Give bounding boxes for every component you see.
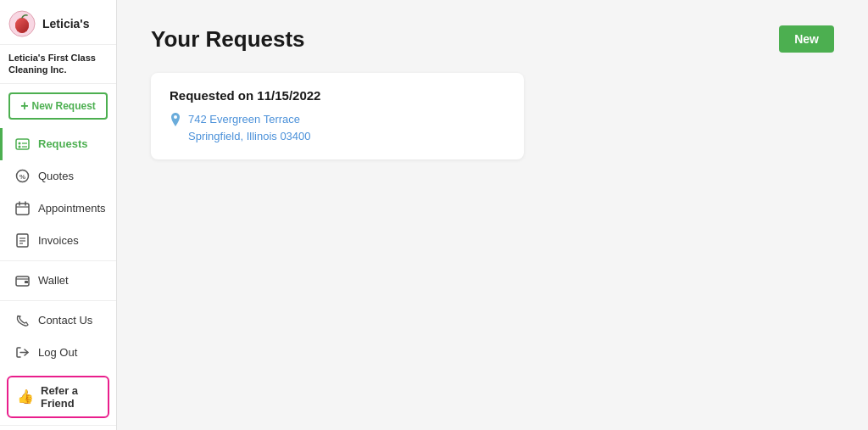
svg-point-6	[18, 146, 20, 148]
sidebar-item-logout[interactable]: Log Out	[0, 337, 116, 369]
svg-point-21	[174, 115, 177, 119]
sidebar: Leticia's Leticia's First Class Cleaning…	[0, 0, 117, 430]
sidebar-item-appointments[interactable]: Appointments	[0, 193, 116, 225]
address-line1: 742 Evergreen Terrace	[188, 111, 311, 128]
svg-point-4	[18, 142, 20, 145]
wallet-icon	[14, 273, 30, 288]
svg-rect-10	[16, 204, 29, 215]
company-name: Leticia's First Class Cleaning Inc.	[0, 45, 116, 84]
sidebar-item-requests-label: Requests	[38, 137, 88, 150]
new-request-label: New Request	[31, 100, 95, 112]
quotes-icon: %	[14, 169, 30, 184]
contact-icon	[14, 313, 30, 328]
sidebar-item-logout-label: Log Out	[38, 346, 77, 359]
powered-by-section: Powered By J JOBBER	[0, 425, 116, 430]
sidebar-nav: Requests % Quotes Appointme	[0, 128, 116, 425]
sidebar-item-invoices-label: Invoices	[38, 234, 79, 247]
sidebar-item-wallet-label: Wallet	[38, 274, 69, 287]
svg-text:%: %	[19, 173, 25, 181]
plus-icon: +	[20, 99, 28, 113]
address-text: 742 Evergreen Terrace Springfield, Illin…	[188, 111, 311, 144]
refer-friend-box[interactable]: 👍 Refer a Friend	[7, 376, 109, 418]
sidebar-item-appointments-label: Appointments	[38, 202, 106, 215]
page-header: Your Requests New	[151, 25, 834, 53]
request-card: Requested on 11/15/2022 742 Evergreen Te…	[151, 73, 524, 159]
main-content: Your Requests New Requested on 11/15/202…	[117, 0, 868, 430]
svg-point-2	[15, 18, 29, 33]
brand-name: Leticia's	[42, 17, 89, 31]
brand-logo-icon	[8, 10, 36, 37]
page-title: Your Requests	[151, 26, 305, 53]
new-request-button[interactable]: + New Request	[8, 92, 108, 120]
request-address: 742 Evergreen Terrace Springfield, Illin…	[170, 111, 505, 144]
logout-icon	[14, 345, 30, 360]
new-button[interactable]: New	[779, 25, 834, 53]
refer-friend-label: Refer a Friend	[41, 384, 99, 410]
sidebar-item-invoices[interactable]: Invoices	[0, 225, 116, 257]
thumbs-up-icon: 👍	[17, 388, 34, 405]
svg-rect-3	[16, 139, 29, 149]
address-line2: Springfield, Illinois 03400	[188, 128, 311, 145]
sidebar-item-quotes[interactable]: % Quotes	[0, 160, 116, 193]
logo-area: Leticia's	[0, 0, 116, 45]
sidebar-item-wallet[interactable]: Wallet	[0, 265, 116, 297]
sidebar-item-contact-us[interactable]: Contact Us	[0, 304, 116, 337]
nav-divider-1	[0, 260, 116, 261]
sidebar-item-requests[interactable]: Requests	[0, 128, 116, 160]
invoices-icon	[14, 233, 30, 249]
svg-rect-19	[25, 281, 28, 283]
request-date: Requested on 11/15/2022	[170, 88, 505, 103]
nav-divider-2	[0, 300, 116, 301]
appointments-icon	[14, 201, 30, 216]
sidebar-item-contact-label: Contact Us	[38, 314, 92, 327]
location-icon	[170, 112, 181, 132]
sidebar-item-quotes-label: Quotes	[38, 170, 74, 182]
requests-icon	[14, 137, 30, 152]
